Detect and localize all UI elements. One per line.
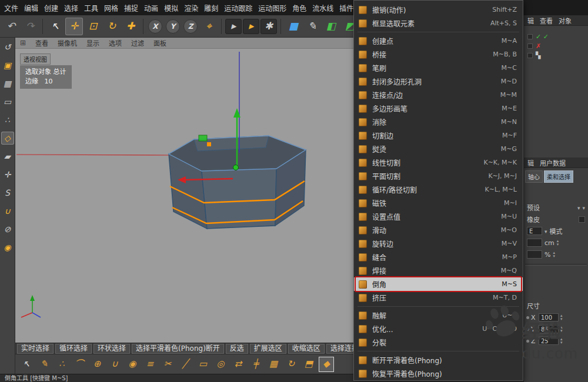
object-toggle-icon[interactable]: ▚ xyxy=(536,52,540,59)
context-menu-item[interactable]: 分裂 xyxy=(354,336,523,349)
make-editable-icon[interactable]: ↺ xyxy=(1,41,14,53)
snapping-icon[interactable]: ∪ xyxy=(1,205,14,217)
context-menu-item[interactable]: 循环/路径切割 K~L, M~L xyxy=(354,183,523,196)
undo-icon[interactable]: ↶ xyxy=(2,18,20,35)
viewport-menu-item[interactable]: 面板 xyxy=(153,38,166,48)
context-menu-item[interactable]: 断开平滑着色(Phong) xyxy=(354,353,523,367)
context-menu-item[interactable]: 消除 M~N xyxy=(354,115,523,129)
enable-axis-icon[interactable]: ✛ xyxy=(1,168,14,181)
edges-mode-icon[interactable]: ◇ xyxy=(1,132,14,145)
x-axis-lock[interactable]: X xyxy=(148,19,162,33)
gizmo-plane-handle-small[interactable] xyxy=(207,142,211,146)
menu-bar-item[interactable]: 创建 xyxy=(41,2,61,14)
magnet-icon[interactable]: ∪ xyxy=(107,357,122,372)
move-tool-icon[interactable]: ✛ xyxy=(65,18,83,35)
coord-stepper[interactable] xyxy=(560,326,563,333)
viewport-menu-item[interactable]: 摄像机 xyxy=(58,38,77,48)
menu-bar-item[interactable]: 运动跟踪 xyxy=(221,2,255,14)
lock-workplane-icon[interactable]: ⊘ xyxy=(1,223,14,236)
object-toggle-square[interactable] xyxy=(527,34,533,39)
coord-stepper[interactable] xyxy=(560,314,563,321)
selection-bar-button[interactable]: 选择平滑着色(Phong)断开 xyxy=(132,344,224,354)
viewport-solo-icon[interactable]: S xyxy=(1,186,14,199)
context-menu-item[interactable]: 设置点值 M~U xyxy=(354,210,523,223)
rotate-tool-icon[interactable]: ↻ xyxy=(103,18,121,35)
viewport-menu-item[interactable]: 查看 xyxy=(35,38,48,48)
menu-bar-item[interactable]: 文件 xyxy=(1,2,21,14)
coord-value-input[interactable]: 25 xyxy=(539,337,559,345)
strength-input[interactable] xyxy=(527,250,542,259)
y-axis-lock[interactable]: Y xyxy=(166,19,180,33)
primitive-cube-icon[interactable]: ■ xyxy=(285,18,302,35)
menu-bar-item[interactable]: 雕刻 xyxy=(201,2,221,14)
render-settings-icon[interactable]: ✱ xyxy=(260,19,277,34)
edge-cut-icon[interactable]: ✂ xyxy=(160,357,175,372)
coord-value-input[interactable]: 100 xyxy=(539,313,559,321)
mode-dropdown-icon[interactable] xyxy=(544,227,547,235)
mode-dropdown[interactable]: E xyxy=(527,227,542,235)
close-hole-icon[interactable]: ⊕ xyxy=(89,357,105,372)
create-point-icon[interactable]: ∴ xyxy=(54,357,69,372)
viewport-menu-item[interactable]: 选项 xyxy=(109,38,122,48)
subdivision-surface-icon[interactable]: ◧ xyxy=(322,18,340,35)
context-menu-item[interactable]: 切割边 M~F xyxy=(354,129,523,142)
scale-tool-icon[interactable]: ⊡ xyxy=(84,18,102,35)
context-menu-item[interactable]: 熨烫 M~G xyxy=(354,142,523,156)
menu-bar-item[interactable]: 渲染 xyxy=(181,2,201,14)
viewport-menu-item[interactable]: 过滤 xyxy=(131,38,144,48)
context-menu-item[interactable]: 融解 U~Z xyxy=(354,309,523,322)
context-menu-item[interactable]: 缝合 M~P xyxy=(354,250,523,264)
plane-cut-icon[interactable]: ▭ xyxy=(195,357,211,372)
z-axis-lock[interactable]: Z xyxy=(183,19,198,33)
slide-icon[interactable]: ⇄ xyxy=(230,357,246,372)
menu-bar-item[interactable]: 捕捉 xyxy=(121,2,141,14)
context-menu-item[interactable]: 旋转边 M~V xyxy=(354,237,523,250)
iron-icon[interactable]: ▦ xyxy=(266,357,281,372)
viewport-menu-item[interactable]: 显示 xyxy=(86,38,99,48)
object-manager-menu-item[interactable]: 查看 xyxy=(540,16,553,25)
context-menu-item[interactable]: 笔刷 M~C xyxy=(354,61,523,75)
tab-soft-selection[interactable]: 柔和选择 xyxy=(544,170,573,183)
radius-input[interactable] xyxy=(527,239,542,247)
object-disabled-toggle[interactable]: ✗ xyxy=(527,41,584,51)
falloff-checkbox[interactable] xyxy=(579,216,585,223)
object-visibility-toggles[interactable]: ✓ ✓ xyxy=(527,32,584,41)
object-toggle-icon[interactable]: ✗ xyxy=(536,43,541,49)
context-menu-item[interactable]: 框显选取元素 Alt+S, S xyxy=(354,16,523,30)
object-toggle-square[interactable] xyxy=(527,43,533,49)
gizmo-plane-handle[interactable] xyxy=(199,135,207,141)
context-menu-item[interactable]: 撤销(动作) Shift+Z xyxy=(354,3,523,16)
selection-bar-button[interactable]: 实时选择 xyxy=(17,344,54,354)
live-selection-tool-icon[interactable]: ↖ xyxy=(46,18,64,35)
context-menu-item[interactable]: 线性切割 K~K, M~K xyxy=(354,156,523,169)
live-selection-icon[interactable]: ↖ xyxy=(19,357,34,372)
context-menu-item[interactable]: 挤压 M~T, D xyxy=(354,291,523,304)
object-manager-menu-item[interactable]: 对象 xyxy=(559,16,572,25)
menu-bar-item[interactable]: 动画 xyxy=(141,2,161,14)
context-menu-item[interactable]: 封闭多边形孔洞 M~D xyxy=(354,75,523,88)
context-menu-item[interactable]: 多边形画笔 M~E xyxy=(354,102,523,115)
line-cut-icon[interactable]: ╱ xyxy=(178,357,193,372)
last-used-tool-icon[interactable]: ✚ xyxy=(122,18,139,35)
polygon-pen-icon[interactable]: ✎ xyxy=(36,357,52,372)
attribute-menu-item[interactable]: 用户数据 xyxy=(540,158,566,167)
menu-bar-item[interactable]: 运动图形 xyxy=(255,2,289,14)
context-menu-item[interactable]: 滑动 M~O xyxy=(354,223,523,237)
stitch-icon[interactable]: ╪ xyxy=(248,357,263,372)
selection-bar-button[interactable]: 收缩选区 xyxy=(288,344,325,354)
selection-bar-button[interactable]: 扩展选区 xyxy=(250,344,286,354)
context-menu-item[interactable]: 优化... U~O, U~O xyxy=(354,322,523,336)
polygons-mode-icon[interactable]: ▰ xyxy=(1,150,14,163)
texture-tag-icon[interactable]: ▚ xyxy=(527,51,584,60)
texture-mode-icon[interactable]: ▦ xyxy=(1,77,14,90)
attribute-menu-item[interactable]: 辑 xyxy=(527,158,534,167)
menu-bar-item[interactable]: 模拟 xyxy=(161,2,181,14)
bridge-icon[interactable]: ⌒ xyxy=(72,357,87,372)
selection-bar-button[interactable]: 循环选择 xyxy=(55,344,92,354)
object-toggle-square[interactable] xyxy=(527,53,533,58)
set-point-value-icon[interactable]: ≡ xyxy=(142,357,158,372)
gizmo-center-handle[interactable] xyxy=(233,165,239,170)
context-menu-item[interactable]: 焊接 M~Q xyxy=(354,264,523,277)
rotate-edge-icon[interactable]: ↻ xyxy=(283,357,299,372)
radius-stepper[interactable] xyxy=(557,239,559,246)
